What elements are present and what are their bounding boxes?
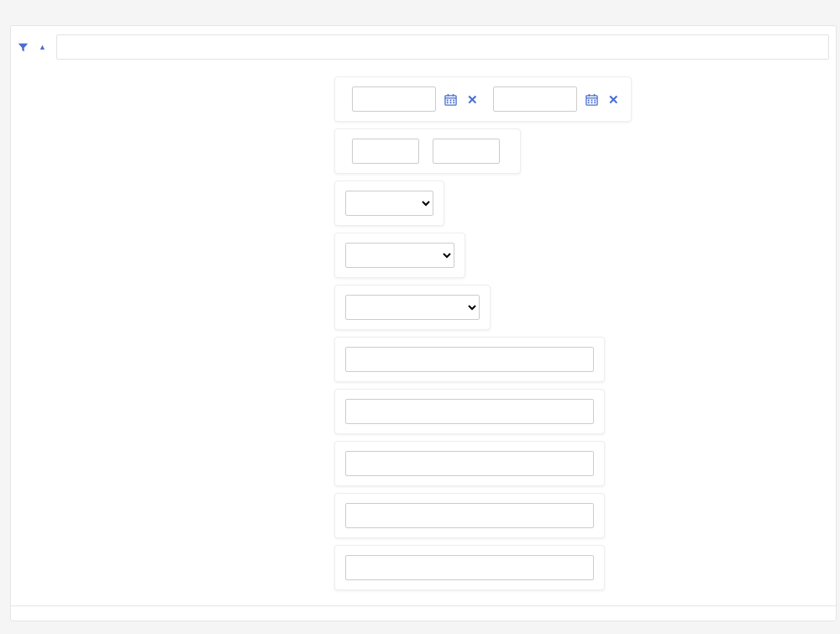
card-belop <box>334 128 521 174</box>
calendar-icon[interactable] <box>443 92 458 107</box>
svg-rect-2 <box>447 93 448 96</box>
betalingsvalg-select[interactable] <box>345 295 480 320</box>
dato-to-input[interactable] <box>493 86 577 112</box>
status-select[interactable] <box>345 191 433 216</box>
card-betalers-konto <box>334 389 605 434</box>
svg-rect-19 <box>594 102 596 103</box>
row-betalingsvalg <box>28 285 819 330</box>
card-betalingsvalg <box>334 285 491 330</box>
filter-form: ✕ ✕ <box>11 68 836 606</box>
svg-rect-17 <box>587 102 589 103</box>
calendar-icon[interactable] <box>584 92 599 107</box>
svg-rect-12 <box>588 93 589 96</box>
close-icon[interactable]: ✕ <box>606 92 621 107</box>
row-betalers-konto <box>28 389 819 434</box>
svg-rect-7 <box>446 102 448 103</box>
svg-rect-8 <box>449 102 451 103</box>
svg-rect-14 <box>587 99 589 101</box>
close-icon[interactable]: ✕ <box>465 92 480 107</box>
card-referanse <box>334 441 605 486</box>
card-batch-ref <box>334 545 605 590</box>
svg-rect-4 <box>446 99 448 101</box>
svg-rect-13 <box>593 93 594 96</box>
svg-rect-9 <box>453 102 454 103</box>
belop-to-input[interactable] <box>433 139 500 164</box>
row-batch-ref <box>28 545 819 590</box>
svg-rect-5 <box>449 99 451 101</box>
filter-icon <box>18 42 29 53</box>
card-status <box>334 181 444 226</box>
dato-from-input[interactable] <box>352 86 436 112</box>
card-dato: ✕ ✕ <box>334 76 632 122</box>
svg-rect-6 <box>453 99 454 101</box>
svg-rect-15 <box>591 99 592 101</box>
handling-select[interactable] <box>345 243 454 268</box>
row-dato: ✕ ✕ <box>28 76 819 122</box>
ekstern-referanse-input[interactable] <box>345 503 594 528</box>
filter-toggle[interactable]: ▲ <box>18 42 46 53</box>
svg-rect-18 <box>591 102 592 103</box>
row-handling <box>28 233 819 278</box>
svg-rect-3 <box>452 93 453 96</box>
row-status <box>28 181 819 226</box>
referanse-input[interactable] <box>345 451 594 476</box>
row-belop <box>28 128 819 174</box>
betalers-konto-input[interactable] <box>345 399 594 424</box>
filter-panel: ▲ ✕ ✕ <box>10 25 837 621</box>
filter-header: ▲ <box>11 26 836 68</box>
caret-up-icon: ▲ <box>39 43 46 51</box>
row-ekstern-referanse <box>28 493 819 538</box>
belop-from-input[interactable] <box>352 139 419 164</box>
card-handling <box>334 233 465 278</box>
card-ekstern-referanse <box>334 493 605 538</box>
row-betaler <box>28 337 819 382</box>
betaler-input[interactable] <box>345 347 594 372</box>
svg-rect-16 <box>594 99 596 101</box>
row-referanse <box>28 441 819 486</box>
card-betaler <box>334 337 605 382</box>
batch-ref-input[interactable] <box>345 555 594 580</box>
filter-search-input[interactable] <box>56 34 829 60</box>
